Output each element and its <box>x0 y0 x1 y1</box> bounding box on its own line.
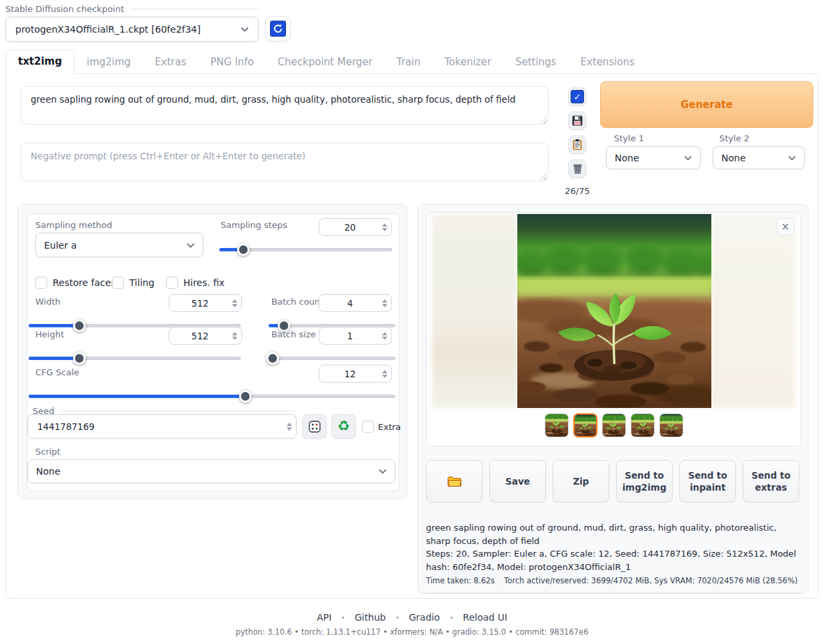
refresh-checkpoint-button[interactable] <box>265 16 291 41</box>
save-button[interactable]: Save <box>489 460 546 503</box>
generate-button[interactable]: Generate <box>600 81 813 128</box>
batch-count-input[interactable]: 4 <box>319 294 392 312</box>
tab-extensions[interactable]: Extensions <box>568 51 646 74</box>
hires-fix-checkbox[interactable]: Hires. fix <box>166 277 225 289</box>
tab-settings[interactable]: Settings <box>503 51 569 74</box>
style1-label: Style 1 <box>614 133 644 143</box>
style2-dropdown[interactable]: None <box>713 146 805 169</box>
txt2img-panel: green sapling rowing out of ground, mud,… <box>5 73 819 599</box>
spinner-arrows-icon[interactable] <box>381 223 391 231</box>
apply-style-button[interactable] <box>568 135 587 154</box>
spinner-arrows-icon[interactable] <box>381 332 391 340</box>
cfg-scale-input[interactable]: 12 <box>319 365 392 383</box>
height-input[interactable]: 512 <box>169 327 242 345</box>
prompt-input[interactable]: green sapling rowing out of ground, mud,… <box>21 86 549 125</box>
seed-input[interactable]: 1441787169 <box>27 414 297 439</box>
tiling-checkbox[interactable]: Tiling <box>112 277 155 289</box>
gallery-thumb-2-selected[interactable] <box>573 413 597 437</box>
app-root: Stable Diffusion checkpoint protogenX34O… <box>0 0 824 644</box>
extra-label: Extra <box>378 422 401 432</box>
send-to-extras-button[interactable]: Send to extras <box>743 460 799 503</box>
batch-size-input[interactable]: 1 <box>319 327 392 345</box>
cfg-scale-slider[interactable] <box>29 390 395 403</box>
gallery-thumb-1[interactable] <box>545 413 569 437</box>
footer: API • Github • Gradio • Reload UI python… <box>0 612 824 637</box>
tiling-label: Tiling <box>129 277 155 288</box>
gradio-link[interactable]: Gradio <box>409 612 440 623</box>
footer-links: API • Github • Gradio • Reload UI <box>0 612 824 623</box>
tab-tokenizer[interactable]: Tokenizer <box>433 51 503 74</box>
spinner-arrows-icon[interactable] <box>381 299 391 307</box>
close-preview-button[interactable]: × <box>777 218 794 235</box>
interrogate-button[interactable]: ✓ <box>568 87 587 106</box>
style2-value: None <box>721 153 746 163</box>
sampling-method-value: Euler a <box>44 240 77 251</box>
width-label: Width <box>35 297 61 307</box>
script-label: Script <box>35 447 61 457</box>
width-input[interactable]: 512 <box>169 294 242 312</box>
checkpoint-dropdown[interactable]: protogenX34OfficialR_1.ckpt [60fe2f34] <box>5 17 259 42</box>
gallery-thumb-3[interactable] <box>602 413 626 437</box>
sampling-steps-value: 20 <box>319 222 381 233</box>
bullet-separator: • <box>395 613 400 622</box>
zip-button[interactable]: Zip <box>553 460 609 503</box>
api-link[interactable]: API <box>317 612 331 623</box>
checkbox-icon[interactable] <box>166 277 178 289</box>
sampling-method-dropdown[interactable]: Euler a <box>35 233 203 257</box>
spinner-arrows-icon[interactable] <box>231 332 241 340</box>
tab-train[interactable]: Train <box>385 51 433 74</box>
spinner-arrows-icon[interactable] <box>231 299 241 307</box>
generated-image[interactable] <box>517 214 711 408</box>
bullet-separator: • <box>341 613 345 622</box>
style1-value: None <box>615 153 639 163</box>
checkbox-icon[interactable] <box>362 421 374 433</box>
checkbox-icon[interactable] <box>112 277 124 289</box>
extra-seed-checkbox[interactable]: Extra <box>362 421 401 433</box>
sampling-steps-input[interactable]: 20 <box>319 218 392 236</box>
slider-knob[interactable] <box>266 352 279 365</box>
send-to-inpaint-button[interactable]: Send to inpaint <box>679 460 736 503</box>
preview-blur-left <box>432 214 517 408</box>
tab-img2img[interactable]: img2img <box>75 51 143 74</box>
tab-extras[interactable]: Extras <box>143 51 198 74</box>
spinner-arrows-icon[interactable] <box>381 370 391 378</box>
batch-size-slider[interactable] <box>269 352 395 365</box>
height-slider[interactable] <box>29 352 241 365</box>
sampling-steps-label: Sampling steps <box>221 220 287 230</box>
checkpoint-value: protogenX34OfficialR_1.ckpt [60fe2f34] <box>15 24 201 35</box>
batch-size-label: Batch size <box>271 329 316 339</box>
vram-stats: Torch active/reserved: 3699/4702 MiB, Sy… <box>504 575 797 587</box>
clear-prompt-button[interactable] <box>568 159 587 178</box>
style2-label: Style 2 <box>719 133 749 143</box>
tab-png-info[interactable]: PNG Info <box>199 51 266 74</box>
save-style-button[interactable] <box>568 111 587 130</box>
slider-knob[interactable] <box>73 319 86 332</box>
spinner-arrows-icon[interactable] <box>285 423 296 431</box>
sampling-steps-slider[interactable] <box>219 243 392 256</box>
version-info: python: 3.10.6 • torch: 1.13.1+cu117 • x… <box>0 627 824 637</box>
cfg-scale-value: 12 <box>319 369 381 379</box>
random-seed-button[interactable] <box>302 414 327 439</box>
negative-prompt-input[interactable] <box>21 143 549 181</box>
github-link[interactable]: Github <box>355 612 386 623</box>
gallery-thumb-5[interactable] <box>659 413 683 437</box>
reload-ui-link[interactable]: Reload UI <box>463 612 507 623</box>
gallery-thumb-4[interactable] <box>631 413 655 437</box>
tab-txt2img[interactable]: txt2img <box>5 50 75 75</box>
slider-knob[interactable] <box>239 390 251 403</box>
restore-faces-checkbox[interactable]: Restore faces <box>35 277 116 289</box>
slider-knob[interactable] <box>237 243 250 256</box>
folder-icon <box>447 476 462 487</box>
send-to-img2img-button[interactable]: Send to img2img <box>616 460 673 503</box>
open-folder-button[interactable] <box>426 460 483 503</box>
tab-checkpoint-merger[interactable]: Checkpoint Merger <box>266 51 385 74</box>
checkbox-icon[interactable] <box>35 277 47 289</box>
info-params-text: Steps: 20, Sampler: Euler a, CFG scale: … <box>426 547 801 573</box>
slider-knob[interactable] <box>73 352 86 365</box>
style1-dropdown[interactable]: None <box>606 146 701 169</box>
reuse-seed-button[interactable]: ♻ <box>331 414 356 439</box>
seed-value: 1441787169 <box>28 421 285 432</box>
gallery-thumbnails <box>427 413 801 437</box>
script-dropdown[interactable]: None <box>27 459 395 483</box>
chevron-down-icon <box>379 469 387 474</box>
